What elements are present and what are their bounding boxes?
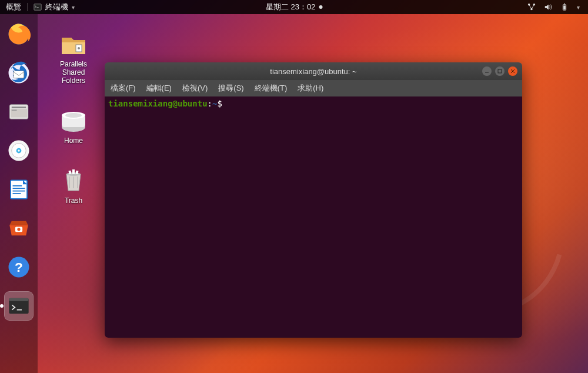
system-menu-chevron-icon[interactable]: ▾ bbox=[577, 4, 580, 11]
top-panel: 概覽 終端機 ▾ 星期二 23：02 ▾ bbox=[0, 0, 588, 14]
svg-rect-20 bbox=[13, 188, 25, 189]
terminal-icon bbox=[34, 3, 42, 11]
svg-rect-19 bbox=[13, 185, 22, 186]
desktop-icon-label: Trash bbox=[65, 197, 82, 205]
svg-rect-21 bbox=[13, 191, 25, 192]
launcher-dock: ? bbox=[0, 14, 38, 373]
menu-file[interactable]: 檔案(F) bbox=[111, 83, 136, 94]
launcher-libreoffice-writer[interactable] bbox=[5, 175, 33, 204]
svg-rect-28 bbox=[9, 298, 28, 301]
desktop-trash[interactable]: Trash bbox=[47, 166, 100, 205]
launcher-rhythmbox[interactable] bbox=[5, 136, 33, 165]
clock[interactable]: 星期二 23：02 bbox=[266, 2, 323, 12]
clock-date: 星期二 bbox=[266, 2, 289, 12]
svg-rect-40 bbox=[498, 69, 502, 73]
svg-rect-22 bbox=[13, 193, 21, 194]
svg-point-30 bbox=[78, 47, 80, 49]
svg-text:?: ? bbox=[15, 259, 23, 275]
menu-search[interactable]: 搜尋(S) bbox=[218, 83, 243, 94]
active-app-name[interactable]: 終端機 bbox=[45, 2, 68, 12]
maximize-button[interactable] bbox=[495, 66, 505, 76]
running-indicator-icon bbox=[0, 304, 4, 308]
desktop-home[interactable]: Home bbox=[47, 106, 100, 145]
launcher-help[interactable]: ? bbox=[5, 253, 33, 281]
desktop-parallels-folder[interactable]: Parallels Shared Folders bbox=[47, 29, 100, 85]
svg-rect-37 bbox=[72, 169, 75, 174]
terminal-window: tiansemixiang@ubuntu: ~ 檔案(F) 編輯(E) 檢視(V… bbox=[105, 62, 522, 338]
close-button[interactable] bbox=[508, 66, 517, 76]
clock-time: 23：02 bbox=[291, 2, 316, 12]
terminal-menubar: 檔案(F) 編輯(E) 檢視(V) 搜尋(S) 終端機(T) 求助(H) bbox=[105, 80, 522, 96]
menu-edit[interactable]: 編輯(E) bbox=[146, 83, 172, 94]
separator bbox=[27, 3, 28, 11]
svg-rect-0 bbox=[34, 4, 41, 11]
volume-icon[interactable] bbox=[544, 3, 552, 11]
launcher-firefox[interactable] bbox=[5, 20, 33, 48]
svg-rect-9 bbox=[14, 71, 24, 78]
menu-terminal[interactable]: 終端機(T) bbox=[255, 83, 288, 94]
svg-rect-5 bbox=[564, 4, 565, 5]
svg-rect-11 bbox=[12, 106, 26, 108]
svg-point-24 bbox=[17, 228, 20, 231]
menu-view[interactable]: 檢視(V) bbox=[182, 83, 208, 94]
terminal-body[interactable]: tiansemixiang@ubuntu:~$ bbox=[105, 96, 522, 338]
window-title: tiansemixiang@ubuntu: ~ bbox=[270, 67, 356, 76]
launcher-software[interactable] bbox=[5, 214, 33, 242]
prompt-colon: : bbox=[208, 99, 212, 108]
prompt-symbol: $ bbox=[217, 99, 222, 108]
chevron-down-icon[interactable]: ▾ bbox=[72, 4, 75, 11]
activities-button[interactable]: 概覽 bbox=[6, 2, 21, 12]
svg-rect-6 bbox=[563, 5, 566, 9]
network-icon[interactable] bbox=[527, 3, 536, 11]
window-titlebar[interactable]: tiansemixiang@ubuntu: ~ bbox=[105, 62, 522, 80]
drive-icon bbox=[59, 106, 88, 134]
trash-icon bbox=[59, 166, 88, 194]
svg-point-17 bbox=[18, 149, 20, 152]
battery-icon[interactable] bbox=[560, 3, 569, 11]
svg-point-34 bbox=[65, 113, 82, 118]
prompt-userhost: tiansemixiang@ubuntu bbox=[108, 99, 208, 108]
desktop-icon-label: Parallels Shared Folders bbox=[60, 60, 87, 85]
folder-icon bbox=[59, 29, 88, 58]
minimize-button[interactable] bbox=[482, 66, 492, 76]
desktop-icon-label: Home bbox=[64, 136, 83, 145]
launcher-thunderbird[interactable] bbox=[5, 59, 33, 87]
desktop-icons: Parallels Shared Folders Home Trash bbox=[47, 29, 100, 205]
launcher-terminal[interactable] bbox=[5, 292, 33, 320]
launcher-files[interactable] bbox=[5, 98, 33, 126]
notification-dot-icon bbox=[319, 5, 322, 9]
menu-help[interactable]: 求助(H) bbox=[298, 83, 323, 94]
svg-rect-13 bbox=[12, 110, 17, 111]
